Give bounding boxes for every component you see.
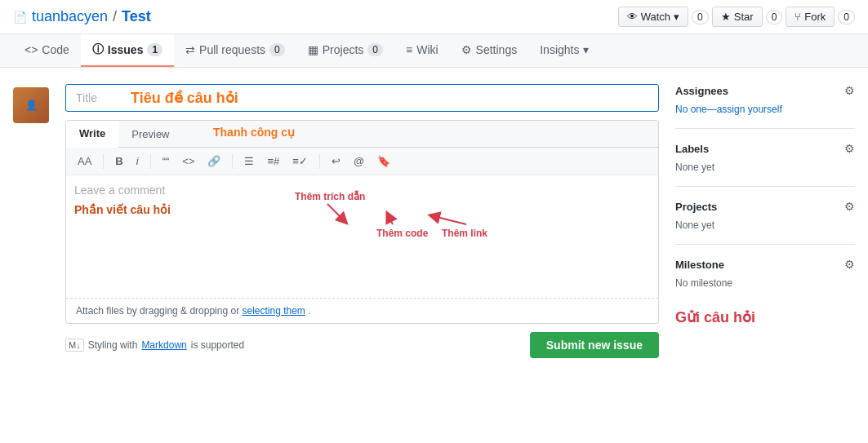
bold-icon: B [115, 155, 122, 167]
toolbar-mention-btn[interactable]: @ [349, 153, 369, 170]
submit-button[interactable]: Submit new issue [530, 332, 659, 358]
assignees-value[interactable]: No one—assign yourself [675, 104, 855, 115]
top-actions: 👁 Watch ▾ 0 ★ Star 0 ⑂ Fork 0 [618, 7, 855, 27]
toolbar-sep-2 [150, 154, 151, 169]
write-tab[interactable]: Write [66, 121, 118, 148]
projects-icon: ▦ [308, 43, 318, 56]
bookmark-icon: 🔖 [377, 155, 390, 167]
aa-icon: AA [78, 155, 91, 167]
comment-tabs: Write Preview Thanh công cụ [66, 121, 658, 148]
tab-pr-label: Pull requests [199, 43, 265, 56]
milestone-header: Milestone ⚙ [675, 258, 855, 271]
toolbar-aa-btn[interactable]: AA [73, 153, 96, 170]
repo-owner-link[interactable]: tuanbacyen [32, 8, 108, 25]
toolbar-bookmark-btn[interactable]: 🔖 [372, 153, 395, 170]
mention-icon: @ [354, 155, 364, 167]
repo-title: 📄 tuanbacyen / Test [13, 8, 151, 25]
assignees-gear-icon[interactable]: ⚙ [844, 84, 855, 97]
milestone-title: Milestone [675, 259, 724, 271]
issue-form: Tiêu đề câu hỏi Write Preview Thanh công… [65, 84, 659, 358]
quote-icon: ““ [162, 155, 170, 167]
list-icon: ☰ [244, 155, 254, 167]
labels-gear-icon[interactable]: ⚙ [844, 142, 855, 155]
insights-chevron: ▾ [583, 43, 589, 56]
milestone-value: No milestone [675, 277, 855, 289]
sidebar-labels: Labels ⚙ None yet [675, 128, 855, 186]
fork-label: Fork [804, 11, 826, 23]
toolbar-sep-3 [232, 154, 233, 169]
repo-icon: 📄 [13, 11, 27, 24]
tab-issues[interactable]: ⓘ Issues 1 [81, 34, 174, 67]
attach-area: Attach files by dragging & dropping or s… [66, 298, 658, 323]
toolbar-sep-1 [103, 154, 104, 169]
milestone-gear-icon[interactable]: ⚙ [844, 258, 855, 271]
fork-icon: ⑂ [795, 11, 801, 23]
projects-value: None yet [675, 219, 855, 231]
placeholder-text: Leave a comment [74, 184, 650, 197]
attach-period: . [308, 305, 310, 317]
toolbar-quote-btn[interactable]: ““ [158, 153, 175, 170]
settings-icon: ⚙ [461, 43, 472, 56]
insights-label: Insights [540, 43, 579, 56]
projects-count: 0 [367, 43, 383, 56]
projects-header: Projects ⚙ [675, 200, 855, 213]
tab-issues-label: Issues [108, 43, 144, 56]
watch-button[interactable]: 👁 Watch ▾ [618, 7, 688, 27]
tab-wiki-label: Wiki [416, 43, 438, 56]
toolbar-link-btn[interactable]: 🔗 [203, 153, 225, 170]
tab-settings-label: Settings [476, 43, 518, 56]
send-annotation: Gửi câu hỏi [675, 308, 855, 326]
italic-icon: i [136, 155, 139, 167]
preview-tab[interactable]: Preview [118, 121, 182, 147]
link-icon: 🔗 [207, 155, 220, 167]
labels-header: Labels ⚙ [675, 142, 855, 155]
projects-gear-icon[interactable]: ⚙ [844, 200, 855, 213]
tab-settings[interactable]: ⚙ Settings [450, 35, 529, 66]
tab-pull-requests[interactable]: ⇄ Pull requests 0 [174, 35, 296, 66]
toolbar-task-btn[interactable]: ≡✓ [287, 153, 313, 170]
top-bar: 📄 tuanbacyen / Test 👁 Watch ▾ 0 ★ Star 0… [0, 0, 868, 34]
code-icon: <> [24, 43, 38, 56]
markdown-supported: is supported [191, 339, 244, 351]
sidebar-milestone: Milestone ⚙ No milestone [675, 244, 855, 302]
attach-link[interactable]: selecting them [242, 305, 305, 317]
main-content: 👤 Tiêu đề câu hỏi Write Preview Thanh cô… [0, 68, 868, 374]
toolbar-bold-btn[interactable]: B [110, 153, 127, 170]
star-icon: ★ [721, 11, 731, 23]
tab-projects[interactable]: ▦ Projects 0 [296, 35, 394, 66]
eye-icon: 👁 [627, 11, 638, 23]
comment-body-container: Leave a comment Phần viết câu hỏi Thêm t… [66, 175, 658, 298]
toolbar-numbered-btn[interactable]: ≡# [262, 153, 284, 170]
avatar: 👤 [13, 87, 49, 123]
fork-count: 0 [838, 10, 855, 24]
tab-wiki[interactable]: ≡ Wiki [394, 35, 450, 66]
watch-chevron: ▾ [674, 11, 679, 23]
attach-text: Attach files by dragging & dropping or [76, 305, 239, 317]
title-input[interactable] [65, 84, 659, 112]
star-count: 0 [766, 10, 783, 24]
toolbar-italic-btn[interactable]: i [131, 153, 144, 170]
markdown-icon: M↓ [65, 339, 84, 352]
toolbar: AA B i ““ <> [66, 148, 658, 175]
fork-button[interactable]: ⑂ Fork [786, 7, 835, 27]
toolbar-code-btn[interactable]: <> [177, 153, 199, 170]
assignees-header: Assignees ⚙ [675, 84, 855, 97]
wiki-icon: ≡ [406, 43, 412, 56]
nav-tabs: <> Code ⓘ Issues 1 ⇄ Pull requests 0 ▦ P… [0, 34, 868, 68]
pr-icon: ⇄ [185, 43, 195, 56]
toolbar-reply-btn[interactable]: ↩ [327, 153, 345, 170]
markdown-link[interactable]: Markdown [141, 339, 186, 351]
separator: / [113, 8, 117, 25]
repo-name-link[interactable]: Test [122, 8, 151, 25]
comment-user-text[interactable]: Phần viết câu hỏi [74, 203, 650, 216]
tabs-toolbar-area: Write Preview Thanh công cụ AA B i [66, 121, 658, 175]
sidebar: Assignees ⚙ No one—assign yourself Label… [675, 84, 855, 358]
toolbar-sep-4 [319, 154, 320, 169]
form-footer: M↓ Styling with Markdown is supported Su… [65, 332, 659, 358]
tab-code[interactable]: <> Code [13, 35, 81, 66]
sidebar-assignees: Assignees ⚙ No one—assign yourself [675, 84, 855, 128]
toolbar-list-btn[interactable]: ☰ [239, 153, 259, 170]
star-button[interactable]: ★ Star [712, 7, 763, 27]
toolbar-annotation: Thanh công cụ [213, 126, 295, 139]
tab-insights[interactable]: Insights ▾ [528, 35, 600, 66]
